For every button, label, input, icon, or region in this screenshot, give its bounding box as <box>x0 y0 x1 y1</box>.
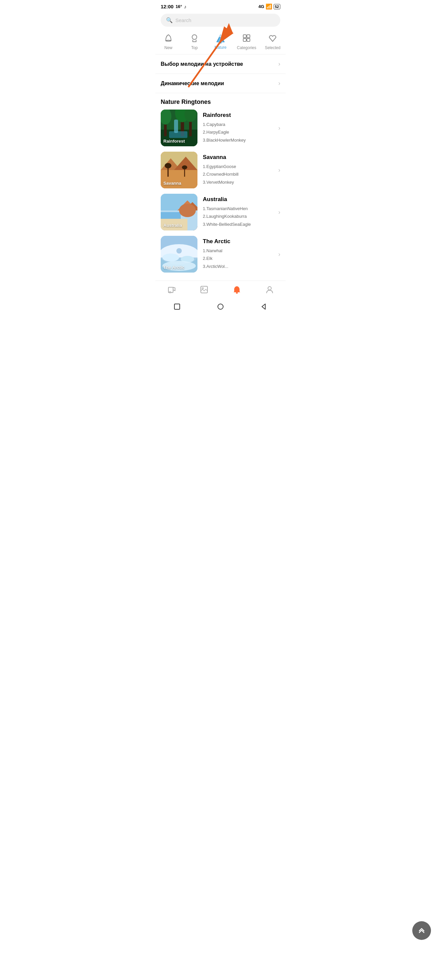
section-title: Nature Ringtones <box>155 93 286 110</box>
ringtone-title-savanna: Savanna <box>203 154 273 161</box>
ringtone-item-australia[interactable]: Australia Australia 1.TasmanianNativeHen… <box>161 194 280 231</box>
svg-rect-9 <box>247 38 250 41</box>
ringtone-tracks-australia: 1.TasmanianNativeHen2.LaughingKookaburra… <box>203 205 273 228</box>
system-nav <box>155 299 286 319</box>
ringtone-item-rainforest[interactable]: Rainforest Rainforest 1.Capybara2.HarpyE… <box>161 110 280 146</box>
bottom-nav-wallpapers[interactable] <box>200 285 209 296</box>
ringtone-list: Rainforest Rainforest 1.Capybara2.HarpyE… <box>155 110 286 272</box>
ringtone-tracks-savanna: 1.EgyptianGoose2.CrownedHornbill3.Vervet… <box>203 163 273 186</box>
search-input[interactable]: Search <box>175 18 191 23</box>
ringtone-title-arctic: The Arctic <box>203 238 273 245</box>
notifications-nav-icon <box>232 285 242 296</box>
svg-rect-53 <box>174 304 180 309</box>
status-left: 12:00 16° ♪ <box>161 4 186 10</box>
ringtone-tracks-arctic: 1.Narwhal2.Elk3.ArcticWol... <box>203 247 273 270</box>
tab-top-label: Top <box>191 45 197 50</box>
ringtone-title-rainforest: Rainforest <box>203 112 273 119</box>
sys-nav-square[interactable] <box>174 303 181 312</box>
tab-selected-label: Selected <box>265 45 281 50</box>
chevron-right-icon: › <box>278 80 280 87</box>
svg-marker-55 <box>262 304 265 309</box>
svg-point-31 <box>182 165 188 169</box>
menu-section: Выбор мелодии на устройстве › Динамическ… <box>155 54 286 93</box>
sys-nav-back[interactable] <box>260 303 267 312</box>
svg-rect-22 <box>174 119 178 133</box>
ringtone-info-australia: Australia 1.TasmanianNativeHen2.Laughing… <box>203 196 273 228</box>
svg-rect-6 <box>243 35 246 38</box>
selected-icon <box>268 33 277 44</box>
ringtone-info-arctic: The Arctic 1.Narwhal2.Elk3.ArcticWol... <box>203 238 273 270</box>
ringtone-thumb-arctic: The Arctic <box>161 236 197 272</box>
ringtone-chevron-rainforest: › <box>278 124 280 132</box>
ringtone-tracks-rainforest: 1.Capybara2.HarpyEagle3.BlackHowlerMonke… <box>203 121 273 144</box>
ringtone-thumb-savanna: Savanna <box>161 152 197 188</box>
sys-nav-home[interactable] <box>217 303 224 312</box>
tab-new[interactable]: New <box>155 33 181 50</box>
tiktok-icon: ♪ <box>184 4 186 10</box>
menu-item-dynamic-text: Динамические мелодии <box>161 81 224 86</box>
status-temp: 16° <box>175 4 182 9</box>
ringtone-chevron-savanna: › <box>278 167 280 174</box>
svg-point-38 <box>179 204 196 217</box>
nav-tabs: New Top Nature <box>155 31 286 54</box>
tab-new-label: New <box>164 45 172 50</box>
tab-nature-label: Nature <box>215 45 226 50</box>
svg-point-43 <box>162 253 179 261</box>
ringtone-info-rainforest: Rainforest 1.Capybara2.HarpyEagle3.Black… <box>203 112 273 144</box>
ringtone-item-savanna[interactable]: Savanna Savanna 1.EgyptianGoose2.Crowned… <box>161 152 280 188</box>
tab-nature[interactable]: Nature <box>207 34 234 50</box>
svg-point-46 <box>177 248 182 253</box>
nature-icon <box>215 34 226 44</box>
ringtones-nav-icon <box>167 285 176 296</box>
chevron-right-icon: › <box>278 60 280 67</box>
svg-rect-4 <box>220 42 221 43</box>
menu-item-device[interactable]: Выбор мелодии на устройстве › <box>155 54 286 74</box>
bottom-nav-notifications[interactable] <box>232 285 242 296</box>
signal-icon: 4G <box>258 4 264 9</box>
new-icon <box>164 33 173 44</box>
svg-rect-8 <box>243 38 246 41</box>
top-icon <box>190 33 199 44</box>
battery-indicator: 52 <box>274 4 280 10</box>
wifi-icon: 📶 <box>266 3 272 10</box>
ringtone-chevron-australia: › <box>278 209 280 216</box>
menu-item-dynamic[interactable]: Динамические мелодии › <box>155 74 286 93</box>
ringtone-title-australia: Australia <box>203 196 273 203</box>
ringtone-thumb-rainforest: Rainforest <box>161 110 197 146</box>
status-right: 4G 📶 52 <box>258 3 280 10</box>
svg-point-52 <box>268 286 271 290</box>
bottom-nav-ringtones[interactable] <box>167 285 176 296</box>
tab-top[interactable]: Top <box>181 33 207 50</box>
svg-point-51 <box>236 292 238 294</box>
svg-point-1 <box>192 35 197 40</box>
tab-categories[interactable]: Categories <box>234 33 260 50</box>
profile-nav-icon <box>265 285 274 296</box>
bottom-nav <box>155 281 286 299</box>
tab-categories-label: Categories <box>237 45 256 50</box>
status-time: 12:00 <box>161 4 174 10</box>
svg-marker-5 <box>219 34 222 37</box>
rainforest-label: Rainforest <box>163 138 185 144</box>
svg-point-54 <box>218 304 223 309</box>
search-bar[interactable]: 🔍 Search <box>161 14 280 27</box>
tab-selected[interactable]: Selected <box>260 33 286 50</box>
svg-point-29 <box>165 163 171 169</box>
menu-item-device-text: Выбор мелодии на устройстве <box>161 61 243 67</box>
ringtone-thumb-australia: Australia <box>161 194 197 231</box>
svg-rect-21 <box>169 131 188 138</box>
categories-icon <box>242 33 251 44</box>
ringtone-info-savanna: Savanna 1.EgyptianGoose2.CrownedHornbill… <box>203 154 273 186</box>
savanna-label: Savanna <box>163 181 181 186</box>
ringtone-chevron-arctic: › <box>278 251 280 258</box>
wallpapers-nav-icon <box>200 285 209 296</box>
ringtone-item-arctic[interactable]: The Arctic The Arctic 1.Narwhal2.Elk3.Ar… <box>161 236 280 272</box>
australia-label: Australia <box>163 223 182 228</box>
bottom-nav-profile[interactable] <box>265 285 274 296</box>
status-bar: 12:00 16° ♪ 4G 📶 52 <box>155 0 286 12</box>
svg-point-50 <box>202 288 204 289</box>
search-icon: 🔍 <box>166 17 173 23</box>
svg-rect-7 <box>247 35 250 38</box>
arctic-label: The Arctic <box>163 265 185 270</box>
svg-rect-30 <box>184 169 185 177</box>
svg-point-0 <box>166 40 171 41</box>
